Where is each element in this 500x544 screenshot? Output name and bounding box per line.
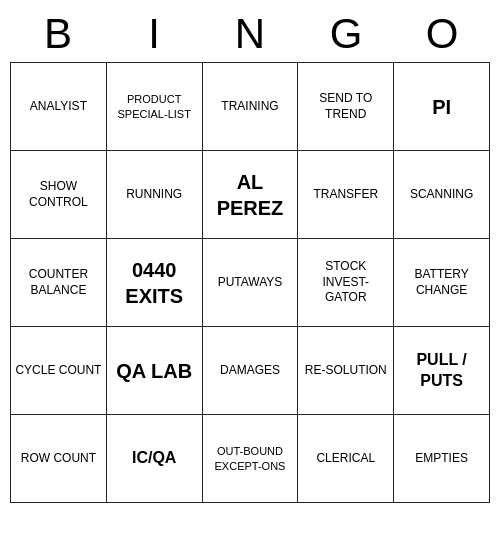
cell-text: PRODUCT SPECIAL-LIST — [111, 92, 198, 121]
cell-text: CYCLE COUNT — [15, 363, 101, 379]
cell-text: COUNTER BALANCE — [15, 267, 102, 298]
bingo-cell: PULL / PUTS — [394, 327, 490, 415]
bingo-cell: PRODUCT SPECIAL-LIST — [107, 63, 203, 151]
cell-text: BATTERY CHANGE — [398, 267, 485, 298]
bingo-cell: PI — [394, 63, 490, 151]
bingo-cell: CYCLE COUNT — [11, 327, 107, 415]
bingo-cell: OUT-BOUND EXCEPT-ONS — [203, 415, 299, 503]
bingo-cell: RUNNING — [107, 151, 203, 239]
cell-text: STOCK INVEST-GATOR — [302, 259, 389, 306]
cell-text: TRAINING — [221, 99, 278, 115]
bingo-cell: COUNTER BALANCE — [11, 239, 107, 327]
cell-text: RUNNING — [126, 187, 182, 203]
cell-text: PULL / PUTS — [398, 350, 485, 392]
bingo-cell: STOCK INVEST-GATOR — [298, 239, 394, 327]
cell-text: CLERICAL — [316, 451, 375, 467]
bingo-cell: SEND TO TREND — [298, 63, 394, 151]
bingo-cell: ROW COUNT — [11, 415, 107, 503]
bingo-cell: IC/QA — [107, 415, 203, 503]
header-letter: B — [12, 10, 104, 58]
header-letter: I — [108, 10, 200, 58]
cell-text: AL PEREZ — [207, 169, 294, 221]
bingo-cell: TRAINING — [203, 63, 299, 151]
bingo-cell: BATTERY CHANGE — [394, 239, 490, 327]
bingo-cell: DAMAGES — [203, 327, 299, 415]
cell-text: QA LAB — [116, 358, 192, 384]
header-letter: N — [204, 10, 296, 58]
cell-text: SCANNING — [410, 187, 473, 203]
cell-text: PUTAWAYS — [218, 275, 283, 291]
bingo-cell: 0440 EXITS — [107, 239, 203, 327]
cell-text: 0440 EXITS — [111, 257, 198, 309]
bingo-cell: CLERICAL — [298, 415, 394, 503]
bingo-cell: SCANNING — [394, 151, 490, 239]
bingo-cell: TRANSFER — [298, 151, 394, 239]
bingo-cell: ANALYIST — [11, 63, 107, 151]
bingo-cell: EMPTIES — [394, 415, 490, 503]
header-letter: O — [396, 10, 488, 58]
bingo-cell: PUTAWAYS — [203, 239, 299, 327]
bingo-cell: AL PEREZ — [203, 151, 299, 239]
cell-text: PI — [432, 94, 451, 120]
cell-text: DAMAGES — [220, 363, 280, 379]
cell-text: ANALYIST — [30, 99, 87, 115]
cell-text: OUT-BOUND EXCEPT-ONS — [207, 444, 294, 473]
cell-text: RE-SOLUTION — [305, 363, 387, 379]
cell-text: IC/QA — [132, 448, 176, 469]
header-letter: G — [300, 10, 392, 58]
bingo-grid: ANALYISTPRODUCT SPECIAL-LISTTRAININGSEND… — [10, 62, 490, 503]
cell-text: SEND TO TREND — [302, 91, 389, 122]
cell-text: SHOW CONTROL — [15, 179, 102, 210]
cell-text: TRANSFER — [313, 187, 378, 203]
cell-text: EMPTIES — [415, 451, 468, 467]
bingo-cell: RE-SOLUTION — [298, 327, 394, 415]
bingo-cell: QA LAB — [107, 327, 203, 415]
bingo-cell: SHOW CONTROL — [11, 151, 107, 239]
bingo-header: BINGO — [10, 10, 490, 58]
cell-text: ROW COUNT — [21, 451, 96, 467]
